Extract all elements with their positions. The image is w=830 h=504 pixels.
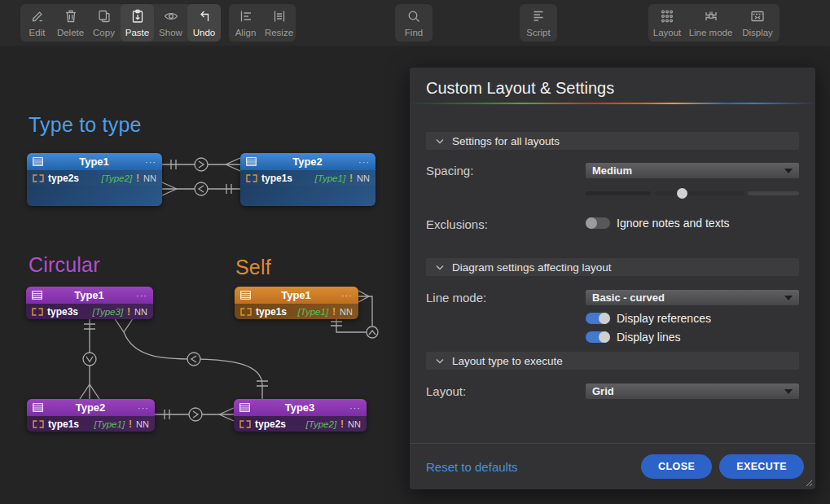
resize-label: Resize xyxy=(265,28,293,37)
field-required-mark: ! xyxy=(127,306,130,318)
line-mode-button[interactable]: Line mode xyxy=(686,4,736,42)
field-required-mark: ! xyxy=(332,306,336,318)
paste-button[interactable]: Paste xyxy=(121,4,154,42)
entity-field-row[interactable]: type2s [Type2] ! NN xyxy=(234,416,367,432)
line-mode-label: Line mode xyxy=(689,28,733,37)
dropdown-arrow-icon xyxy=(784,169,793,173)
section-settings-all-layouts[interactable]: Settings for all layouts xyxy=(426,132,799,150)
entity-field-row[interactable]: type1s [Type1] ! NN xyxy=(240,170,375,186)
field-name: type1s xyxy=(256,306,294,318)
spacing-value: Medium xyxy=(592,164,784,177)
display-references-label: Display references xyxy=(617,312,711,325)
display-references-toggle[interactable] xyxy=(586,313,610,324)
section-layout-type[interactable]: Layout type to execute xyxy=(426,352,799,370)
layout-button[interactable]: Layout xyxy=(648,4,686,42)
entity-type2-blue[interactable]: Type2 ··· type1s [Type1] ! NN xyxy=(240,153,375,206)
copy-button[interactable]: Copy xyxy=(87,4,121,42)
line-mode-icon xyxy=(703,8,719,26)
table-icon xyxy=(33,403,43,412)
undo-button[interactable]: Undo xyxy=(187,4,221,42)
entity-body xyxy=(240,186,375,206)
reference-icon xyxy=(240,308,252,316)
spacing-slider[interactable] xyxy=(586,188,799,199)
find-button[interactable]: Find xyxy=(395,4,433,42)
align-button[interactable]: Align xyxy=(229,4,262,42)
field-nn-badge: NN xyxy=(357,173,370,183)
entity-title: Type1 xyxy=(46,289,132,301)
show-button[interactable]: Show xyxy=(154,4,187,42)
slider-segment-small xyxy=(586,191,651,195)
entity-type1-blue[interactable]: Type1 ··· type2s [Type2] ! NN xyxy=(27,153,162,206)
entity-header: Type2 ··· xyxy=(27,399,155,416)
spacing-dropdown[interactable]: Medium xyxy=(586,163,799,178)
field-nn-badge: NN xyxy=(134,307,147,317)
align-icon xyxy=(238,8,254,26)
resize-handle[interactable] xyxy=(805,479,813,487)
reference-icon xyxy=(33,174,44,182)
dialog-footer: Reset to defaults CLOSE EXECUTE xyxy=(410,443,815,489)
delete-label: Delete xyxy=(57,28,84,37)
entity-more-button[interactable]: ··· xyxy=(341,292,353,299)
resize-button[interactable]: Resize xyxy=(262,4,296,42)
slider-thumb[interactable] xyxy=(677,188,687,199)
layout-label: Layout xyxy=(653,28,682,37)
display-lines-label: Display lines xyxy=(617,331,681,344)
field-required-mark: ! xyxy=(340,419,344,430)
display-button[interactable]: Display xyxy=(736,4,779,42)
table-icon xyxy=(32,291,42,300)
paste-label: Paste xyxy=(125,28,149,37)
entity-title: Type2 xyxy=(261,156,354,168)
field-nn-badge: NN xyxy=(340,307,353,317)
line-mode-dropdown[interactable]: Basic - curved xyxy=(586,290,799,305)
display-lines-toggle[interactable] xyxy=(586,331,610,343)
close-button[interactable]: CLOSE xyxy=(641,454,712,479)
exclusions-label: Exclusions: xyxy=(426,217,586,232)
field-type: [Type1] xyxy=(315,173,346,183)
field-required-mark: ! xyxy=(349,173,353,184)
canvas-heading-self[interactable]: Self xyxy=(235,256,271,279)
entity-type3-circular[interactable]: Type3 ··· type2s [Type2] ! NN xyxy=(234,399,367,432)
delete-button[interactable]: Delete xyxy=(54,4,87,42)
copy-icon xyxy=(96,8,112,26)
field-nn-badge: NN xyxy=(143,173,156,183)
entity-more-button[interactable]: ··· xyxy=(358,159,370,165)
ignore-notes-label: Ignore notes and texts xyxy=(617,217,730,230)
find-label: Find xyxy=(405,28,423,37)
entity-field-row[interactable]: type3s [Type3] ! NN xyxy=(26,304,153,319)
entity-more-button[interactable]: ··· xyxy=(136,292,147,299)
reference-icon xyxy=(32,308,43,316)
reset-to-defaults-link[interactable]: Reset to defaults xyxy=(426,460,634,474)
field-name: type1s xyxy=(261,173,311,184)
entity-field-row[interactable]: type2s [Type2] ! NN xyxy=(27,170,162,186)
canvas-heading-circular[interactable]: Circular xyxy=(29,253,100,277)
edit-label: Edit xyxy=(29,28,46,37)
entity-field-row[interactable]: type1s [Type1] ! NN xyxy=(27,416,155,432)
entity-more-button[interactable]: ··· xyxy=(138,405,149,411)
show-label: Show xyxy=(159,28,182,37)
layout-value: Grid xyxy=(592,385,784,397)
entity-title: Type3 xyxy=(254,401,345,414)
eye-icon xyxy=(163,8,179,26)
layout-dropdown[interactable]: Grid xyxy=(586,383,799,399)
section-diagram-settings[interactable]: Diagram settings affecting layout xyxy=(426,258,799,276)
ignore-notes-toggle[interactable] xyxy=(586,217,610,229)
spacing-label: Spacing: xyxy=(426,163,586,178)
entity-type1-self[interactable]: Type1 ··· type1s [Type1] ! NN xyxy=(235,287,358,319)
execute-button[interactable]: EXECUTE xyxy=(719,454,804,479)
entity-type1-circular[interactable]: Type1 ··· type3s [Type3] ! NN xyxy=(26,287,153,319)
edit-button[interactable]: Edit xyxy=(20,4,54,42)
undo-icon xyxy=(196,8,213,26)
field-required-mark: ! xyxy=(136,173,139,184)
entity-more-button[interactable]: ··· xyxy=(349,405,361,411)
script-button[interactable]: Script xyxy=(520,4,557,42)
table-icon xyxy=(239,403,250,412)
canvas-heading-type-to-type[interactable]: Type to type xyxy=(29,113,142,137)
dropdown-arrow-icon xyxy=(784,296,793,300)
table-icon xyxy=(33,157,43,166)
slider-segment-medium xyxy=(655,191,744,195)
entity-type2-circular[interactable]: Type2 ··· type1s [Type1] ! NN xyxy=(27,399,155,432)
display-icon xyxy=(749,8,766,26)
entity-more-button[interactable]: ··· xyxy=(145,159,156,165)
entity-field-row[interactable]: type1s [Type1] ! NN xyxy=(235,304,358,319)
field-nn-badge: NN xyxy=(136,419,149,429)
